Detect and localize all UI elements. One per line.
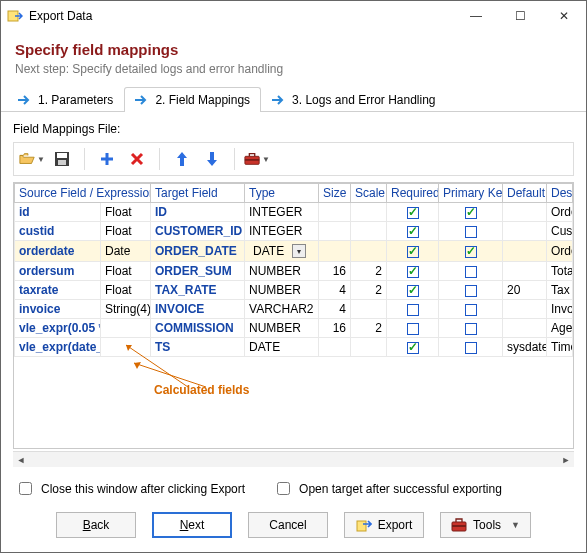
pk-cell[interactable] <box>439 338 503 357</box>
scale-cell[interactable]: 2 <box>351 262 387 281</box>
pk-cell[interactable] <box>439 262 503 281</box>
default-cell[interactable] <box>503 241 547 262</box>
minimize-button[interactable]: — <box>454 1 498 31</box>
scale-cell[interactable] <box>351 222 387 241</box>
source-type-cell[interactable]: Float <box>101 222 151 241</box>
type-cell[interactable]: DATE <box>245 338 319 357</box>
source-field-cell[interactable]: orderdate <box>15 241 101 262</box>
checkbox-icon[interactable] <box>407 226 419 238</box>
scroll-right-button[interactable]: ► <box>558 452 574 468</box>
add-button[interactable] <box>93 146 121 172</box>
type-cell[interactable]: NUMBER <box>245 262 319 281</box>
open-button[interactable]: ▼ <box>18 146 46 172</box>
target-field-cell[interactable]: TAX_RATE <box>151 281 245 300</box>
table-row[interactable]: orderdateDateORDER_DATEDATE▾Order Date <box>15 241 573 262</box>
scale-cell[interactable] <box>351 300 387 319</box>
checkbox-icon[interactable] <box>407 323 419 335</box>
target-field-cell[interactable]: COMMISSION <box>151 319 245 338</box>
table-row[interactable]: ordersumFloatORDER_SUMNUMBER162Total Ord… <box>15 262 573 281</box>
checkbox-icon[interactable] <box>465 342 477 354</box>
target-field-cell[interactable]: ORDER_DATE <box>151 241 245 262</box>
back-button[interactable]: Back <box>56 512 136 538</box>
target-field-cell[interactable]: CUSTOMER_ID <box>151 222 245 241</box>
col-size[interactable]: Size <box>319 184 351 203</box>
close-after-export-option[interactable]: Close this window after clicking Export <box>15 479 245 498</box>
col-scale[interactable]: Scale <box>351 184 387 203</box>
table-row[interactable]: vle_expr(0.05 * datasCOMMISSIONNUMBER162… <box>15 319 573 338</box>
checkbox-icon[interactable] <box>407 266 419 278</box>
source-field-cell[interactable]: vle_expr(date_time) <box>15 338 101 357</box>
checkbox-icon[interactable] <box>465 207 477 219</box>
pk-cell[interactable] <box>439 222 503 241</box>
col-pk[interactable]: Primary Key <box>439 184 503 203</box>
target-field-cell[interactable]: ORDER_SUM <box>151 262 245 281</box>
default-cell[interactable] <box>503 262 547 281</box>
checkbox-icon[interactable] <box>407 207 419 219</box>
size-cell[interactable]: 16 <box>319 319 351 338</box>
checkbox-icon[interactable] <box>465 266 477 278</box>
scale-cell[interactable] <box>351 241 387 262</box>
size-cell[interactable] <box>319 338 351 357</box>
scale-cell[interactable]: 2 <box>351 319 387 338</box>
size-cell[interactable] <box>319 203 351 222</box>
checkbox-icon[interactable] <box>407 342 419 354</box>
maximize-button[interactable]: ☐ <box>498 1 542 31</box>
required-cell[interactable] <box>387 203 439 222</box>
open-target-option[interactable]: Open target after successful exporting <box>273 479 502 498</box>
mappings-grid[interactable]: Source Field / Expression Target Field T… <box>13 182 574 449</box>
checkbox-icon[interactable] <box>465 285 477 297</box>
close-button[interactable]: ✕ <box>542 1 586 31</box>
size-cell[interactable]: 16 <box>319 262 351 281</box>
default-cell[interactable]: 20 <box>503 281 547 300</box>
tools-button[interactable]: Tools ▼ <box>440 512 531 538</box>
table-row[interactable]: taxrateFloatTAX_RATENUMBER4220Tax Rate <box>15 281 573 300</box>
source-field-cell[interactable]: id <box>15 203 101 222</box>
checkbox-icon[interactable] <box>407 246 419 258</box>
scroll-left-button[interactable]: ◄ <box>13 452 29 468</box>
tab-field-mappings[interactable]: 2. Field Mappings <box>124 87 261 112</box>
source-type-cell[interactable]: String(4) <box>101 300 151 319</box>
pk-cell[interactable] <box>439 319 503 338</box>
col-desc[interactable]: Description <box>547 184 573 203</box>
required-cell[interactable] <box>387 241 439 262</box>
target-field-cell[interactable]: ID <box>151 203 245 222</box>
pk-cell[interactable] <box>439 281 503 300</box>
table-row[interactable]: idFloatIDINTEGEROrder Id <box>15 203 573 222</box>
checkbox-icon[interactable] <box>465 226 477 238</box>
checkbox-icon[interactable] <box>407 304 419 316</box>
required-cell[interactable] <box>387 281 439 300</box>
pk-cell[interactable] <box>439 241 503 262</box>
col-default[interactable]: Default <box>503 184 547 203</box>
col-target[interactable]: Target Field <box>151 184 245 203</box>
source-type-cell[interactable]: Date <box>101 241 151 262</box>
checkbox-icon[interactable] <box>465 323 477 335</box>
cancel-button[interactable]: Cancel <box>248 512 328 538</box>
scale-cell[interactable]: 2 <box>351 281 387 300</box>
col-type[interactable]: Type <box>245 184 319 203</box>
source-field-cell[interactable]: custid <box>15 222 101 241</box>
description-cell[interactable]: Customer Id <box>547 222 573 241</box>
source-field-cell[interactable]: taxrate <box>15 281 101 300</box>
tab-parameters[interactable]: 1. Parameters <box>7 87 124 112</box>
scale-cell[interactable] <box>351 203 387 222</box>
tab-logs[interactable]: 3. Logs and Error Handling <box>261 87 446 112</box>
size-cell[interactable]: 4 <box>319 300 351 319</box>
move-up-button[interactable] <box>168 146 196 172</box>
source-field-cell[interactable]: vle_expr(0.05 * datas <box>15 319 101 338</box>
table-row[interactable]: invoiceString(4)INVOICEVARCHAR24Invoice … <box>15 300 573 319</box>
type-cell[interactable]: DATE▾ <box>245 241 319 262</box>
description-cell[interactable]: Invoice Number <box>547 300 573 319</box>
delete-button[interactable] <box>123 146 151 172</box>
type-cell[interactable]: VARCHAR2 <box>245 300 319 319</box>
close-after-export-checkbox[interactable] <box>19 482 32 495</box>
required-cell[interactable] <box>387 300 439 319</box>
size-cell[interactable] <box>319 222 351 241</box>
description-cell[interactable]: Order Id <box>547 203 573 222</box>
next-button[interactable]: Next <box>152 512 232 538</box>
required-cell[interactable] <box>387 338 439 357</box>
required-cell[interactable] <box>387 262 439 281</box>
source-type-cell[interactable] <box>101 319 151 338</box>
export-button[interactable]: Export <box>344 512 424 538</box>
checkbox-icon[interactable] <box>465 246 477 258</box>
col-source[interactable]: Source Field / Expression <box>15 184 151 203</box>
